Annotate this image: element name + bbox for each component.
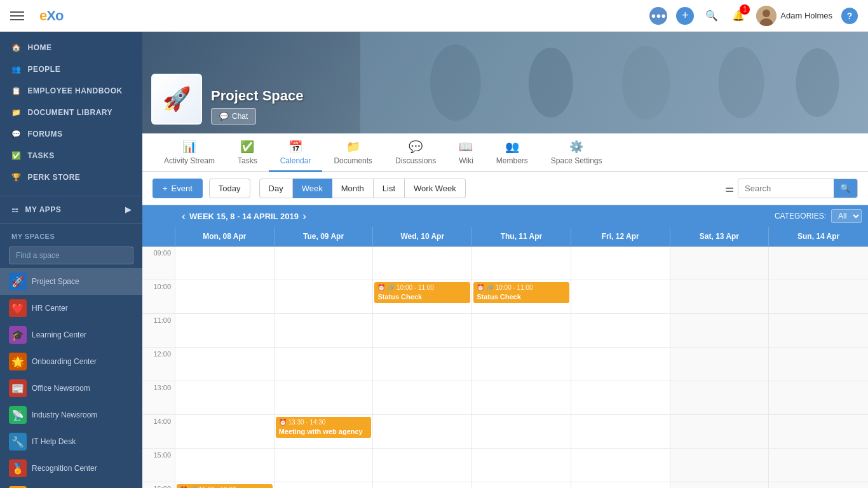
- day-cell-thu-1100[interactable]: [472, 314, 571, 347]
- next-week-button[interactable]: ›: [302, 210, 306, 223]
- help-icon[interactable]: ?: [841, 8, 858, 24]
- day-cell-tue-1000[interactable]: [275, 280, 374, 313]
- day-cell-sat-1600[interactable]: [670, 482, 770, 488]
- day-cell-mon-1200[interactable]: [175, 348, 275, 381]
- sidebar-space-recognition[interactable]: 🏅 Recognition Center: [0, 455, 142, 482]
- day-cell-mon-0900[interactable]: [175, 247, 275, 280]
- day-cell-wed-1400[interactable]: [373, 415, 472, 448]
- sidebar-space-project-space[interactable]: 🚀 Project Space: [0, 268, 142, 295]
- day-cell-sat-1400[interactable]: [670, 415, 770, 448]
- day-cell-thu-1200[interactable]: [472, 348, 571, 381]
- view-month-button[interactable]: Month: [332, 179, 374, 198]
- day-cell-tue-1200[interactable]: [275, 348, 374, 381]
- day-cell-thu-1000[interactable]: ⏰ 🔗 10:00 - 11:00 Status Check: [472, 280, 571, 313]
- event-status-check-thu[interactable]: ⏰ 🔗 10:00 - 11:00 Status Check: [473, 282, 569, 303]
- chat-icon[interactable]: ●●●: [649, 7, 667, 25]
- chat-button[interactable]: 💬 Chat: [211, 108, 256, 125]
- today-button[interactable]: Today: [209, 179, 250, 198]
- day-cell-fri-1300[interactable]: [571, 381, 670, 414]
- day-cell-mon-1100[interactable]: [175, 314, 275, 347]
- day-cell-fri-1400[interactable]: [571, 415, 670, 448]
- view-list-button[interactable]: List: [374, 179, 405, 198]
- tab-discussions[interactable]: 💬 Discussions: [384, 133, 447, 172]
- day-cell-thu-1400[interactable]: [472, 415, 571, 448]
- day-cell-wed-1500[interactable]: [373, 449, 472, 482]
- day-cell-mon-1000[interactable]: [175, 280, 275, 313]
- sidebar-item-docs[interactable]: 📁 Document Library: [0, 102, 142, 123]
- search-icon[interactable]: 🔍: [703, 7, 721, 25]
- day-cell-tue-1100[interactable]: [275, 314, 374, 347]
- day-cell-fri-1100[interactable]: [571, 314, 670, 347]
- event-meeting-web-agency[interactable]: ⏰ 13:30 - 14:30 Meeting with web agency: [276, 417, 372, 438]
- tab-documents[interactable]: 📁 Documents: [322, 133, 384, 172]
- view-week-button[interactable]: Week: [293, 179, 332, 198]
- day-cell-fri-1500[interactable]: [571, 449, 670, 482]
- search-submit-button[interactable]: 🔍: [834, 179, 857, 198]
- day-cell-thu-1500[interactable]: [472, 449, 571, 482]
- sidebar-space-hr-center[interactable]: ❤️ HR Center: [0, 295, 142, 322]
- tab-activity-stream[interactable]: 📊 Activity Stream: [153, 133, 226, 172]
- view-workweek-button[interactable]: Work Week: [405, 179, 466, 198]
- day-cell-sun-1200[interactable]: [769, 348, 868, 381]
- sidebar-item-people[interactable]: 👥 People: [0, 58, 142, 80]
- day-cell-sat-1300[interactable]: [670, 381, 770, 414]
- day-cell-sat-1100[interactable]: [670, 314, 770, 347]
- day-cell-wed-1000[interactable]: ⏰ 🔗 10:00 - 11:00 Status Check: [373, 280, 472, 313]
- view-day-button[interactable]: Day: [259, 179, 293, 198]
- sidebar-space-it-help[interactable]: 🔧 IT Help Desk: [0, 428, 142, 455]
- hamburger-menu[interactable]: [10, 11, 24, 20]
- day-cell-sat-1200[interactable]: [670, 348, 770, 381]
- prev-week-button[interactable]: ‹: [182, 210, 186, 223]
- sidebar-item-home[interactable]: 🏠 Home: [0, 37, 142, 58]
- day-cell-wed-1200[interactable]: [373, 348, 472, 381]
- sidebar-space-learning-center[interactable]: 🎓 Learning Center: [0, 322, 142, 348]
- day-cell-wed-1600[interactable]: [373, 482, 472, 488]
- day-cell-tue-1300[interactable]: [275, 381, 374, 414]
- day-cell-sun-1000[interactable]: [769, 280, 868, 313]
- tab-members[interactable]: 👥 Members: [485, 133, 539, 172]
- day-cell-tue-1600[interactable]: [275, 482, 374, 488]
- categories-select[interactable]: All: [831, 209, 862, 223]
- event-design-review[interactable]: ⏰ 🔗 15:00 - 16:00 Design Review: [177, 484, 273, 488]
- day-cell-sun-1100[interactable]: [769, 314, 868, 347]
- notification-bell[interactable]: 🔔 1: [729, 7, 747, 25]
- filter-icon[interactable]: ⚌: [725, 182, 734, 194]
- day-cell-sat-1500[interactable]: [670, 449, 770, 482]
- day-cell-sat-0900[interactable]: [670, 247, 770, 280]
- search-input[interactable]: [738, 179, 834, 198]
- add-icon[interactable]: +: [676, 7, 694, 25]
- day-cell-thu-0900[interactable]: [472, 247, 571, 280]
- day-cell-sun-1400[interactable]: [769, 415, 868, 448]
- day-cell-mon-1600[interactable]: ⏰ 🔗 15:00 - 16:00 Design Review: [175, 482, 275, 488]
- event-status-check-wed[interactable]: ⏰ 🔗 10:00 - 11:00 Status Check: [374, 282, 470, 303]
- sidebar-space-job-board[interactable]: 💼 Internal Job Board: [0, 482, 142, 488]
- day-cell-sat-1000[interactable]: [670, 280, 770, 313]
- day-cell-wed-1100[interactable]: [373, 314, 472, 347]
- sidebar-item-tasks[interactable]: ✅ Tasks: [0, 145, 142, 166]
- find-space-input[interactable]: [9, 247, 133, 264]
- day-cell-thu-1600[interactable]: [472, 482, 571, 488]
- day-cell-sun-1500[interactable]: [769, 449, 868, 482]
- day-cell-mon-1500[interactable]: [175, 449, 275, 482]
- sidebar-item-forums[interactable]: 💬 Forums: [0, 123, 142, 145]
- day-cell-tue-0900[interactable]: [275, 247, 374, 280]
- tab-calendar[interactable]: 📅 Calendar: [269, 133, 323, 172]
- day-cell-wed-1300[interactable]: [373, 381, 472, 414]
- day-cell-mon-1300[interactable]: [175, 381, 275, 414]
- day-cell-fri-1200[interactable]: [571, 348, 670, 381]
- create-event-button[interactable]: + Event: [153, 179, 203, 198]
- tab-space-settings[interactable]: ⚙️ Space Settings: [539, 133, 614, 172]
- tab-wiki[interactable]: 📖 Wiki: [447, 133, 485, 172]
- day-cell-sun-0900[interactable]: [769, 247, 868, 280]
- sidebar-item-perk-store[interactable]: 🏆 Perk Store: [0, 166, 142, 188]
- sidebar-space-onboarding[interactable]: 🌟 Onboarding Center: [0, 348, 142, 375]
- day-cell-tue-1500[interactable]: [275, 449, 374, 482]
- day-cell-sun-1600[interactable]: [769, 482, 868, 488]
- day-cell-thu-1300[interactable]: [472, 381, 571, 414]
- day-cell-sun-1300[interactable]: [769, 381, 868, 414]
- sidebar-item-handbook[interactable]: 📋 Employee Handbook: [0, 80, 142, 102]
- sidebar-item-my-apps[interactable]: ⚏ MY APPS ▶: [0, 199, 142, 220]
- user-menu[interactable]: Adam Holmes: [756, 6, 832, 26]
- day-cell-fri-1600[interactable]: [571, 482, 670, 488]
- day-cell-fri-0900[interactable]: [571, 247, 670, 280]
